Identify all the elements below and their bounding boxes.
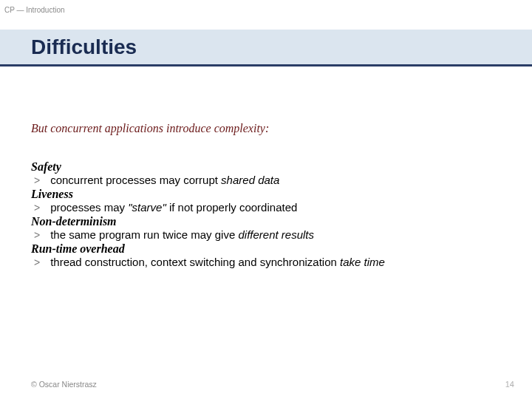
- page-number: 14: [505, 380, 514, 389]
- title-band: Difficulties: [0, 30, 532, 66]
- bullet-text-pre: thread construction, context switching a…: [50, 256, 340, 268]
- bullet-text-em: "starve": [128, 201, 166, 214]
- section-head: Liveness: [31, 188, 504, 201]
- bullet-arrow-icon: >: [34, 229, 47, 241]
- section-bullet: > concurrent processes may corrupt share…: [31, 174, 504, 186]
- section-bullet: > the same program run twice may give di…: [31, 228, 504, 241]
- bullet-text-pre: processes may: [50, 201, 128, 214]
- bullet-text-em: different results: [238, 228, 314, 241]
- slide-body: But concurrent applications introduce co…: [31, 122, 504, 270]
- bullet-text-em: take time: [340, 256, 385, 268]
- slide-context-label: CP — Introduction: [4, 6, 65, 14]
- bullet-arrow-icon: >: [34, 256, 47, 268]
- slide: CP — Introduction Difficulties But concu…: [0, 0, 532, 399]
- section-head: Safety: [31, 160, 504, 174]
- section-bullet: > processes may "starve" if not properly…: [31, 201, 504, 214]
- bullet-text-pre: the same program run twice may give: [50, 228, 238, 241]
- section-head: Non-determinism: [31, 215, 504, 228]
- bullet-text-em: shared data: [221, 174, 279, 186]
- bullet-text-post: if not properly coordinated: [166, 201, 298, 214]
- footer-copyright: © Oscar Nierstrasz: [31, 380, 97, 389]
- bullet-arrow-icon: >: [34, 202, 47, 214]
- section-head: Run-time overhead: [31, 242, 504, 256]
- bullet-text-pre: concurrent processes may corrupt: [50, 174, 221, 186]
- slide-title: Difficulties: [31, 35, 137, 59]
- bullet-arrow-icon: >: [34, 174, 47, 186]
- section-bullet: > thread construction, context switching…: [31, 256, 504, 268]
- intro-text: But concurrent applications introduce co…: [31, 122, 504, 135]
